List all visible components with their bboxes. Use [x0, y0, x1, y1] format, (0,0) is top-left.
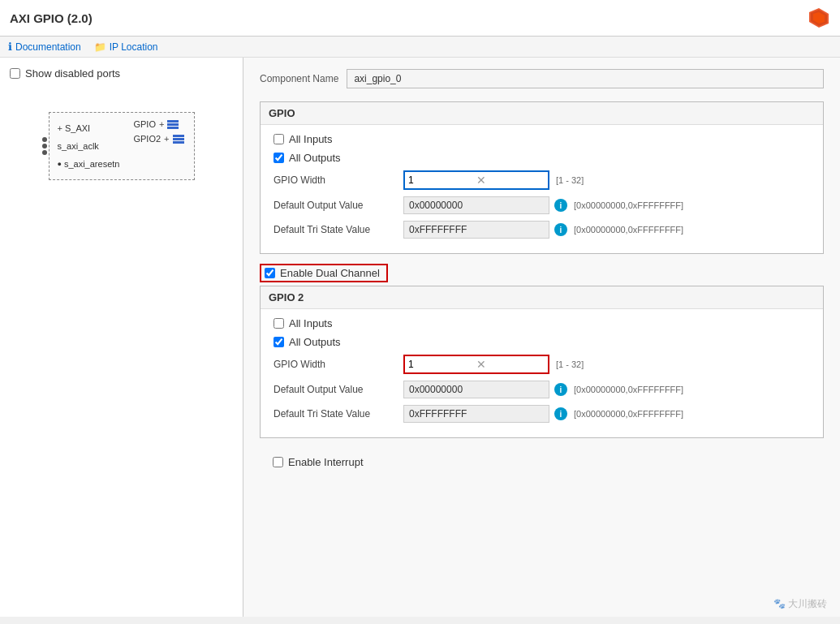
gpio2-default-output-range: [0x00000000,0xFFFFFFFF]: [574, 385, 683, 394]
gpio2-all-inputs-checkbox[interactable]: [274, 318, 284, 329]
gpio-section-content: All Inputs All Outputs GPIO Width ✕ [: [261, 125, 823, 253]
gpio-default-output-row: Default Output Value 0x00000000 i [0x000…: [274, 196, 810, 214]
show-disabled-ports-row: Show disabled ports: [10, 67, 233, 80]
gpio2-default-output-info[interactable]: i: [554, 383, 567, 396]
component-name-label: Component Name: [260, 73, 338, 84]
gpio2-width-clear-btn[interactable]: ✕: [476, 358, 486, 371]
gpio-tri-state-range: [0x00000000,0xFFFFFFFF]: [574, 225, 683, 235]
gpio2-section-content: All Inputs All Outputs GPIO Width ✕ [: [261, 309, 823, 437]
port-s-axi-aclk: s_axi_aclk: [58, 137, 120, 155]
info-icon: ℹ: [8, 41, 12, 53]
gpio-section: GPIO All Inputs All Outputs GPIO Width: [260, 101, 824, 254]
gpio-width-label: GPIO Width: [274, 174, 403, 186]
gpio-section-title: GPIO: [261, 102, 823, 125]
left-connector: [42, 137, 47, 155]
page-title: AXI GPIO (2.0): [10, 11, 93, 25]
gpio-tri-state-label: Default Tri State Value: [274, 224, 403, 235]
component-name-input[interactable]: [347, 69, 824, 88]
enable-interrupt-checkbox[interactable]: [273, 457, 283, 467]
dual-channel-label[interactable]: Enable Dual Channel: [280, 267, 380, 279]
show-disabled-ports-checkbox[interactable]: [10, 68, 20, 79]
gpio2-width-row: GPIO Width ✕ [1 - 32]: [274, 355, 810, 374]
port-s-axi-aresetn: s_axi_aresetn: [64, 155, 120, 173]
gpio-tri-state-info[interactable]: i: [554, 223, 567, 236]
toolbar: ℹ Documentation 📁 IP Location: [0, 37, 840, 58]
sidebar: Show disabled ports + S_AXI: [0, 58, 243, 617]
gpio2-tri-state-row: Default Tri State Value 0xFFFFFFFF i [0x…: [274, 405, 810, 423]
gpio2-tri-state-label: Default Tri State Value: [274, 408, 403, 420]
gpio-width-row: GPIO Width ✕ [1 - 32]: [274, 170, 810, 190]
enable-interrupt-row: Enable Interrupt: [260, 448, 824, 476]
gpio2-width-range: [1 - 32]: [556, 359, 584, 369]
gpio2-all-outputs-label[interactable]: All Outputs: [274, 336, 341, 348]
gpio-all-inputs-row: All Inputs: [274, 133, 810, 145]
documentation-link[interactable]: ℹ Documentation: [8, 41, 81, 53]
gpio-default-output-label: Default Output Value: [274, 200, 403, 211]
dual-channel-checkbox[interactable]: [265, 268, 275, 278]
gpio2-section: GPIO 2 All Inputs All Outputs GPIO Width: [260, 286, 824, 438]
gpio2-width-label: GPIO Width: [274, 359, 403, 370]
watermark: 🐾 大川搬砖: [773, 597, 827, 611]
gpio-all-outputs-row: All Outputs: [274, 152, 810, 164]
gpio2-default-output-row: Default Output Value 0x00000000 i [0x000…: [274, 381, 810, 398]
gpio2-all-outputs-checkbox[interactable]: [274, 337, 284, 347]
component-block: + S_AXI s_axi_aclk ● s_axi_aresetn G: [49, 112, 195, 180]
gpio-width-input[interactable]: [408, 174, 473, 186]
gpio2-all-inputs-label[interactable]: All Inputs: [274, 317, 332, 329]
gpio-default-output-range: [0x00000000,0xFFFFFFFF]: [574, 200, 683, 210]
main-content: Show disabled ports + S_AXI: [0, 58, 840, 617]
gpio-all-outputs-checkbox[interactable]: [274, 153, 284, 163]
gpio-default-output-info[interactable]: i: [554, 199, 567, 212]
gpio2-tri-state-range: [0x00000000,0xFFFFFFFF]: [574, 409, 683, 419]
gpio2-all-outputs-row: All Outputs: [274, 336, 810, 348]
gpio2-all-inputs-row: All Inputs: [274, 317, 810, 329]
enable-interrupt-label[interactable]: Enable Interrupt: [288, 456, 364, 468]
dual-channel-row: Enable Dual Channel: [260, 264, 824, 282]
right-ports: GPIO + GPIO2 +: [133, 119, 183, 144]
right-panel: Component Name GPIO All Inputs All Outpu…: [243, 58, 840, 617]
xilinx-logo: [808, 6, 830, 29]
component-name-row: Component Name: [260, 69, 824, 88]
left-ports: + S_AXI s_axi_aclk ● s_axi_aresetn: [58, 119, 120, 173]
gpio-default-output-value: 0x00000000: [403, 196, 549, 214]
gpio2-tri-state-value: 0xFFFFFFFF: [403, 405, 549, 423]
title-bar: AXI GPIO (2.0): [0, 0, 840, 37]
gpio2-width-input[interactable]: [408, 359, 473, 370]
dual-channel-checkbox-wrap[interactable]: Enable Dual Channel: [260, 264, 388, 282]
show-disabled-ports-label[interactable]: Show disabled ports: [25, 67, 120, 80]
gpio-all-inputs-label[interactable]: All Inputs: [274, 133, 332, 145]
gpio-width-clear-btn[interactable]: ✕: [476, 174, 486, 187]
gpio-all-inputs-checkbox[interactable]: [274, 134, 284, 144]
gpio2-default-output-label: Default Output Value: [274, 384, 403, 395]
gpio2-tri-state-info[interactable]: i: [554, 407, 567, 420]
gpio-width-range: [1 - 32]: [556, 175, 584, 185]
gpio-tri-state-value: 0xFFFFFFFF: [403, 221, 549, 239]
gpio2-section-title: GPIO 2: [261, 286, 823, 309]
gpio2-width-input-wrap: ✕: [403, 355, 549, 374]
ip-location-link[interactable]: 📁 IP Location: [94, 41, 158, 53]
port-s-axi: S_AXI: [65, 119, 90, 137]
gpio-tri-state-row: Default Tri State Value 0xFFFFFFFF i [0x…: [274, 221, 810, 239]
gpio-width-input-wrap: ✕: [403, 170, 549, 190]
folder-icon: 📁: [94, 41, 106, 53]
gpio-all-outputs-label[interactable]: All Outputs: [274, 152, 341, 164]
port-gpio2: GPIO2: [133, 134, 161, 144]
port-gpio: GPIO: [133, 119, 156, 129]
gpio2-default-output-value: 0x00000000: [403, 381, 549, 398]
